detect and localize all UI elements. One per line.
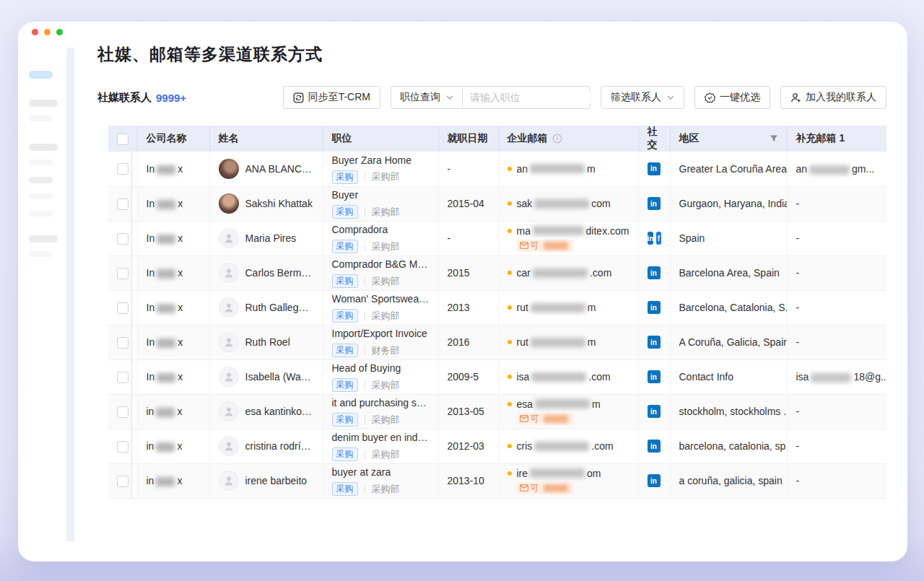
employment-date: 2012-03 bbox=[438, 429, 498, 463]
row-checkbox[interactable] bbox=[117, 268, 128, 279]
row-checkbox[interactable] bbox=[117, 372, 128, 383]
linkedin-icon[interactable]: in bbox=[648, 197, 661, 210]
row-checkbox[interactable] bbox=[117, 198, 128, 210]
social-icons: in bbox=[648, 301, 661, 314]
traffic-light-green-icon[interactable] bbox=[56, 29, 63, 35]
filter-contacts-label: 筛选联系人 bbox=[611, 91, 661, 104]
traffic-light-red-icon[interactable] bbox=[32, 29, 38, 35]
linkedin-icon[interactable]: in bbox=[648, 232, 654, 245]
skeleton-bar bbox=[29, 211, 53, 217]
company-name-cell: Inx bbox=[137, 152, 209, 186]
column-header-label: 社交 bbox=[648, 126, 661, 152]
blurred-text bbox=[156, 477, 175, 486]
extra-email: angm... bbox=[787, 152, 886, 186]
one-click-optimize-button[interactable]: 一键优选 bbox=[694, 86, 770, 109]
avatar bbox=[219, 471, 239, 491]
linkedin-icon[interactable]: in bbox=[648, 440, 661, 453]
company-name-cell: inx bbox=[137, 463, 209, 498]
row-checkbox[interactable] bbox=[117, 233, 128, 245]
column-header-label: 就职日期 bbox=[448, 132, 488, 145]
skeleton-bar bbox=[29, 251, 53, 257]
linkedin-icon[interactable]: in bbox=[648, 474, 661, 487]
social-icons: in bbox=[648, 197, 661, 210]
position-title: Comprador B&G Massi... bbox=[332, 258, 430, 271]
blurred-text bbox=[544, 484, 568, 492]
linkedin-icon[interactable]: in bbox=[648, 301, 661, 314]
contact-name: Ruth Gallego Agulló bbox=[245, 302, 314, 313]
department-label: 采购部 bbox=[372, 170, 400, 183]
add-to-contacts-button[interactable]: 加入我的联系人 bbox=[780, 86, 886, 109]
tag-divider bbox=[365, 311, 365, 320]
contact-name: Sakshi Khattak bbox=[245, 198, 313, 209]
linkedin-icon[interactable]: in bbox=[648, 266, 661, 279]
employment-date: 2016 bbox=[438, 325, 498, 359]
filter-icon[interactable] bbox=[770, 134, 778, 143]
row-checkbox[interactable] bbox=[117, 441, 128, 453]
department-label: 采购部 bbox=[372, 448, 400, 461]
table-row: inx irene barbeito buyer at zara 采购 采购部 … bbox=[108, 463, 886, 498]
row-checkbox[interactable] bbox=[117, 476, 128, 487]
one-click-optimize-label: 一键优选 bbox=[720, 91, 760, 104]
envelope-icon bbox=[520, 484, 528, 492]
department-label: 采购部 bbox=[372, 206, 400, 219]
email-status-dot bbox=[507, 167, 512, 171]
corporate-email-cell: car.com 可 bbox=[498, 255, 638, 290]
person-icon bbox=[223, 336, 235, 348]
email-status-dot bbox=[507, 471, 512, 476]
column-header-label: 企业邮箱 bbox=[507, 132, 548, 145]
corporate-email-cell: anm 可 bbox=[498, 152, 638, 186]
filter-contacts-dropdown[interactable]: 筛选联系人 bbox=[601, 86, 684, 109]
blurred-email bbox=[531, 372, 586, 382]
contacts-count: 9999+ bbox=[156, 92, 186, 104]
linkedin-icon[interactable]: in bbox=[648, 370, 661, 383]
linkedin-icon[interactable]: in bbox=[648, 336, 661, 349]
row-checkbox[interactable] bbox=[117, 302, 128, 314]
person-icon bbox=[223, 475, 235, 486]
position-search-input[interactable] bbox=[470, 92, 601, 103]
employment-date: 2013 bbox=[438, 290, 498, 325]
table-row: inx esa kantinkoski it and purchasing sp… bbox=[108, 394, 886, 429]
row-checkbox[interactable] bbox=[117, 406, 128, 418]
blurred-text bbox=[157, 304, 175, 313]
tag-divider bbox=[365, 484, 365, 494]
column-header: 地区 bbox=[670, 126, 787, 152]
linkedin-icon[interactable]: in bbox=[648, 162, 661, 175]
traffic-light-yellow-icon[interactable] bbox=[44, 29, 51, 35]
email-status-dot bbox=[507, 375, 512, 379]
person-icon bbox=[223, 371, 235, 383]
info-icon[interactable] bbox=[552, 134, 562, 144]
email-status-dot bbox=[507, 305, 512, 310]
contact-name: Maria Pires bbox=[245, 232, 297, 244]
linkedin-icon[interactable]: in bbox=[648, 405, 661, 418]
department-label: 采购部 bbox=[372, 240, 400, 253]
email-status-dot bbox=[507, 271, 512, 275]
select-all-checkbox[interactable] bbox=[117, 134, 128, 145]
purchase-tag: 采购 bbox=[332, 344, 358, 357]
position-query-label: 职位查询 bbox=[400, 91, 440, 104]
row-checkbox[interactable] bbox=[117, 163, 128, 175]
employment-date: 2009-5 bbox=[438, 359, 498, 394]
email-status-dot bbox=[507, 340, 512, 344]
corporate-email-cell: isa.com 可 bbox=[498, 359, 638, 394]
table-row: inx cristina rodríguez denim buyer en in… bbox=[108, 429, 886, 463]
extra-email: - bbox=[787, 255, 886, 290]
region-text: a coruña, galicia, spain bbox=[670, 463, 787, 498]
employment-date: 2015 bbox=[438, 255, 498, 290]
person-icon bbox=[223, 302, 235, 313]
tag-divider bbox=[365, 346, 365, 355]
add-person-icon bbox=[790, 92, 801, 103]
row-checkbox[interactable] bbox=[117, 337, 128, 349]
position-query-dropdown[interactable]: 职位查询 bbox=[391, 87, 463, 108]
facebook-icon[interactable]: f bbox=[656, 232, 661, 245]
sync-tcrm-button[interactable]: 同步至T-CRM bbox=[283, 86, 380, 109]
blurred-email bbox=[534, 199, 589, 209]
company-name-cell: inx bbox=[137, 394, 209, 429]
blurred-text bbox=[544, 415, 568, 423]
position-title: Head of Buying bbox=[332, 362, 430, 375]
corporate-email-cell: sakcom 可 bbox=[498, 186, 638, 221]
employment-date: - bbox=[438, 152, 498, 186]
department-label: 采购部 bbox=[372, 310, 400, 323]
extra-email: - bbox=[787, 186, 886, 221]
tag-divider bbox=[365, 380, 365, 390]
region-text: barcelona, catalonia, sp... bbox=[670, 429, 787, 463]
